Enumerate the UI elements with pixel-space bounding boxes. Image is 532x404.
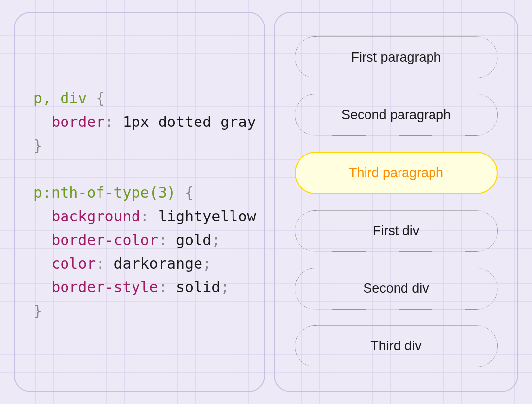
pill-label: First div (373, 223, 420, 238)
css-property: border-style (51, 279, 158, 296)
brace-open: { (96, 90, 104, 107)
css-value: solid (176, 279, 220, 296)
output-panel: First paragraph Second paragraph Third p… (274, 12, 518, 392)
css-value: lightyellow (158, 208, 256, 225)
pill-label: Third paragraph (349, 165, 443, 180)
css-value: darkorange (114, 255, 203, 272)
css-value: 1px dotted gray (123, 113, 256, 130)
code-panel: p, div { border: 1px dotted gray } p:nth… (14, 12, 265, 392)
div-2: Second div (295, 268, 498, 310)
css-property: border (51, 113, 104, 130)
paragraph-3: Third paragraph (295, 152, 498, 194)
css-selector: p:nth-of-type(3) (33, 184, 176, 201)
pill-label: Third div (370, 339, 422, 353)
brace-close: } (33, 302, 42, 319)
css-selector: p, div (33, 90, 87, 107)
pill-label: Second div (363, 281, 429, 296)
pill-label: Second paragraph (341, 107, 451, 122)
css-property: border-color (51, 231, 158, 249)
div-3: Third div (295, 325, 498, 367)
css-value: gold (176, 231, 211, 249)
paragraph-2: Second paragraph (295, 94, 498, 136)
css-code-block: p, div { border: 1px dotted gray } p:nth… (33, 87, 252, 323)
css-property: color (51, 255, 96, 272)
pill-label: First paragraph (351, 50, 441, 64)
div-1: First div (295, 210, 498, 252)
css-property: background (51, 208, 140, 225)
paragraph-1: First paragraph (295, 36, 498, 78)
brace-close: } (33, 137, 42, 154)
brace-open: { (185, 184, 194, 201)
